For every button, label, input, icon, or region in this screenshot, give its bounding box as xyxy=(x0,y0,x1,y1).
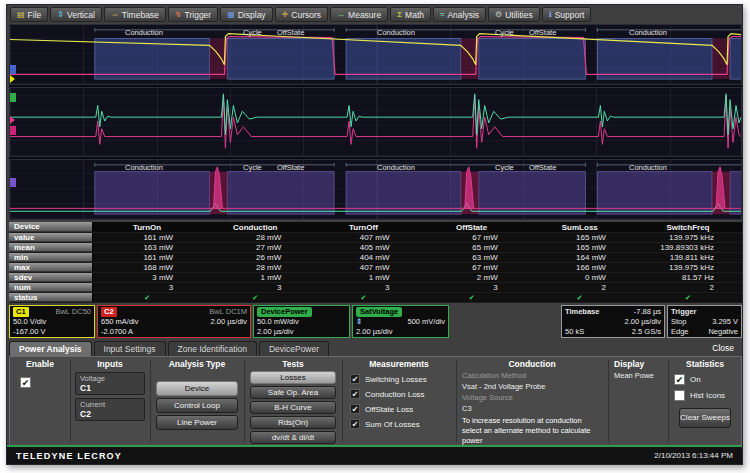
zone-label-offstate: OffState xyxy=(529,163,556,172)
table-cell: 28 mW xyxy=(201,263,309,272)
measurement-offstate-loss[interactable]: OffState Loss xyxy=(350,404,456,414)
menu-item-support[interactable]: ℹSupport xyxy=(542,7,592,22)
button-device[interactable]: Device xyxy=(156,381,239,396)
cursors-icon: ✛ xyxy=(282,11,289,19)
button-safe-op-area[interactable]: Safe Op. Area xyxy=(250,386,336,399)
menu-bar: ▤File⇕Vertical⇔Timebase↯Trigger▦Display✛… xyxy=(10,7,591,22)
checkbox[interactable] xyxy=(350,389,360,399)
display-section: Display Mean Powe xyxy=(608,357,668,445)
measurement-sum-of-losses[interactable]: Sum Of Losses xyxy=(350,419,456,429)
close-button[interactable]: Close xyxy=(712,343,734,353)
teledyne-lecroy-logo: TELEDYNE LECROY xyxy=(16,451,122,461)
devicepower-descriptor[interactable]: DevicePower 50.0 mW/div 2.00 µs/div xyxy=(253,305,350,338)
button-rds-on[interactable]: Rds(On) xyxy=(250,416,336,429)
waveform-band-b[interactable] xyxy=(9,87,742,157)
tab-zone-identification[interactable]: Zone Identification xyxy=(168,341,257,356)
menu-item-trigger[interactable]: ↯Trigger xyxy=(168,7,218,22)
table-cell: 165 mW xyxy=(526,243,634,252)
hist-icons-checkbox[interactable] xyxy=(674,390,685,401)
satvoltage-scale: 500 mV/div xyxy=(407,317,445,327)
trigger-type: Edge xyxy=(671,327,689,337)
table-cell: 139.975 kHz xyxy=(634,233,742,242)
menu-item-measure[interactable]: ↔Measure xyxy=(330,7,388,22)
calculation-method-label: Calculation Method xyxy=(462,371,602,380)
input-field-voltage[interactable]: VoltageC1 xyxy=(75,372,145,395)
table-row-status: status✔✔✔✔✔✔ xyxy=(9,293,742,303)
trace-tab-icon[interactable] xyxy=(10,126,16,135)
c2-descriptor[interactable]: C2 BwL DC1M 650 mA/div 2.00 µs/div -2.07… xyxy=(97,305,251,338)
button-control-loop[interactable]: Control Loop xyxy=(156,398,239,413)
tab-devicepower[interactable]: DevicePower xyxy=(259,341,329,356)
level-marker-icon xyxy=(10,116,15,124)
stats-on-checkbox[interactable] xyxy=(674,374,685,385)
table-row-label: value xyxy=(9,233,93,242)
timebase-descriptor[interactable]: Timebase -7.88 µs 2.00 µs/div 50 kS 2.5 … xyxy=(561,305,665,338)
level-marker-icon xyxy=(10,75,15,83)
menu-item-label: Analysis xyxy=(447,10,479,20)
table-row-label: sdev xyxy=(9,273,93,282)
menu-item-analysis[interactable]: ≈Analysis xyxy=(433,7,486,22)
calculation-method-value[interactable]: Vsat - 2nd Voltage Probe xyxy=(462,382,602,391)
zone-label-cycle: Cycle xyxy=(495,163,514,172)
table-cell: 26 mW xyxy=(201,253,309,262)
button-dv-dt-di-dt[interactable]: dv/dt & di/dt xyxy=(250,431,336,444)
trace-tab-icon[interactable] xyxy=(10,65,16,74)
c2-scale: 650 mA/div xyxy=(101,317,139,327)
waveform-area: ConductionCycleOffStateConductionCycleOf… xyxy=(9,24,742,220)
measurement-switching-losses[interactable]: Switching Losses xyxy=(350,374,456,384)
measurement-conduction-loss[interactable]: Conduction Loss xyxy=(350,389,456,399)
menu-item-cursors[interactable]: ✛Cursors xyxy=(275,7,328,22)
zone-label-cycle: Cycle xyxy=(495,28,514,37)
table-row-label: num xyxy=(9,283,93,292)
satvoltage-descriptor[interactable]: SatVoltage ⇕ 500 mV/div 2.00 µs/div xyxy=(352,305,449,338)
table-cell: 65 mW xyxy=(418,243,526,252)
checkbox[interactable] xyxy=(350,404,360,414)
tab-power-analysis[interactable]: Power Analysis xyxy=(9,341,92,356)
table-cell: 1 mW xyxy=(309,273,417,282)
button-b-h-curve[interactable]: B-H Curve xyxy=(250,401,336,414)
table-cell: 63 mW xyxy=(418,253,526,262)
trace-tab-icon[interactable] xyxy=(10,178,16,187)
menu-item-utilities[interactable]: ⚙Utilities xyxy=(488,7,540,22)
display-mode-value[interactable]: Mean Powe xyxy=(614,371,662,380)
table-cell: 165 mW xyxy=(526,233,634,242)
table-row-value: value161 mW28 mW407 mW67 mW165 mW139.975… xyxy=(9,233,742,243)
c1-descriptor[interactable]: C1 BwL DC50 50.0 V/div -167.00 V xyxy=(9,305,95,338)
table-cell: 0 mW xyxy=(526,273,634,282)
c1-offset: -167.00 V xyxy=(13,327,91,337)
waveform-band-a[interactable]: ConductionCycleOffStateConductionCycleOf… xyxy=(9,24,742,85)
menu-item-display[interactable]: ▦Display xyxy=(220,7,272,22)
display-header: Display xyxy=(614,359,668,369)
vertical-icon: ⇕ xyxy=(57,11,64,19)
enable-header: Enable xyxy=(10,359,70,369)
input-field-current[interactable]: CurrentC2 xyxy=(75,398,145,421)
menu-item-vertical[interactable]: ⇕Vertical xyxy=(50,7,102,22)
trace-tab-icon[interactable] xyxy=(10,93,16,102)
button-line-power[interactable]: Line Power xyxy=(156,415,239,430)
table-cell: 405 mW xyxy=(309,243,417,252)
enable-checkbox[interactable] xyxy=(20,377,31,388)
table-cell: 67 mW xyxy=(418,233,526,242)
checkbox[interactable] xyxy=(350,419,360,429)
timebase-scale: 2.00 µs/div xyxy=(565,317,661,327)
table-cell: 81.57 Hz xyxy=(634,273,742,282)
table-cell: ✔ xyxy=(418,293,526,302)
screenshot-frame: ▤File⇕Vertical⇔Timebase↯Trigger▦Display✛… xyxy=(0,0,750,473)
inputs-header: Inputs xyxy=(70,359,150,369)
waveform-band-c[interactable]: ConductionCycleOffStateConductionCycleOf… xyxy=(9,159,742,220)
tab-input-settings[interactable]: Input Settings xyxy=(94,341,166,356)
button-losses[interactable]: Losses xyxy=(250,371,336,384)
menu-item-math[interactable]: ΣMath xyxy=(390,7,431,22)
field-label: Voltage xyxy=(80,374,140,383)
timebase-icon: ⇔ xyxy=(111,11,119,19)
trigger-descriptor[interactable]: Trigger Stop 3.295 V Edge Negative xyxy=(667,305,742,338)
zone-label-offstate: OffState xyxy=(277,28,304,37)
analysis-type-header: Analysis Type xyxy=(150,359,244,369)
zone-label-conduction: Conduction xyxy=(377,163,415,172)
checkbox[interactable] xyxy=(350,374,360,384)
voltage-source-value[interactable]: C3 xyxy=(462,404,602,413)
menu-item-file[interactable]: ▤File xyxy=(10,7,48,22)
conduction-header: Conduction xyxy=(456,359,608,369)
clear-sweeps-button[interactable]: Clear Sweeps xyxy=(679,408,731,428)
menu-item-timebase[interactable]: ⇔Timebase xyxy=(104,7,166,22)
